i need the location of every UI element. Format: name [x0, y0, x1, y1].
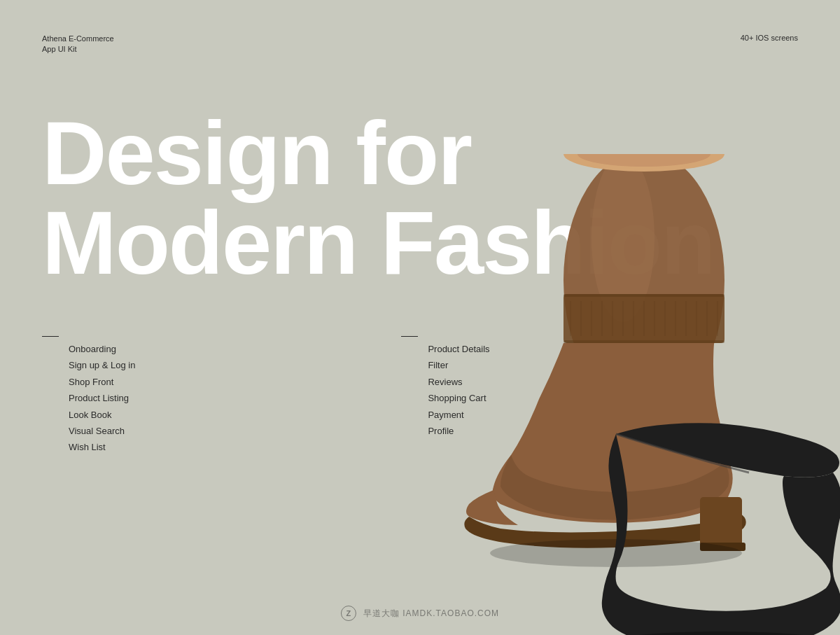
- list-item-onboarding: Onboarding: [69, 341, 135, 357]
- list-dash-left: [42, 336, 59, 337]
- list-item-visual-search: Visual Search: [69, 423, 135, 439]
- feature-list-left: Onboarding Sign up & Log in Shop Front P…: [42, 336, 135, 456]
- list-item-signup: Sign up & Log in: [69, 357, 135, 373]
- list-item-shopfront: Shop Front: [69, 374, 135, 390]
- list-item-lookbook: Look Book: [69, 407, 135, 423]
- header: Athena E-Commerce App UI Kit 40+ IOS scr…: [0, 0, 840, 55]
- brand-info: Athena E-Commerce App UI Kit: [42, 34, 114, 55]
- svg-rect-3: [564, 294, 724, 297]
- list-header-left: [42, 336, 135, 337]
- svg-rect-20: [700, 497, 742, 546]
- brand-name: Athena E-Commerce: [42, 34, 114, 44]
- footer-watermark: Z 早道大咖 IAMDK.TAOBAO.COM: [341, 606, 499, 621]
- svg-rect-4: [564, 340, 724, 343]
- watermark-icon: Z: [341, 606, 356, 621]
- brand-subtitle: App UI Kit: [42, 44, 114, 55]
- list-item-product-listing: Product Listing: [69, 390, 135, 406]
- list-items-left: Onboarding Sign up & Log in Shop Front P…: [42, 341, 135, 456]
- boots-illustration: [406, 154, 840, 635]
- page-wrapper: Athena E-Commerce App UI Kit 40+ IOS scr…: [0, 0, 840, 635]
- watermark-text: 早道大咖 IAMDK.TAOBAO.COM: [363, 608, 499, 620]
- list-item-wishlist: Wish List: [69, 439, 135, 455]
- screen-count: 40+ IOS screens: [741, 34, 798, 42]
